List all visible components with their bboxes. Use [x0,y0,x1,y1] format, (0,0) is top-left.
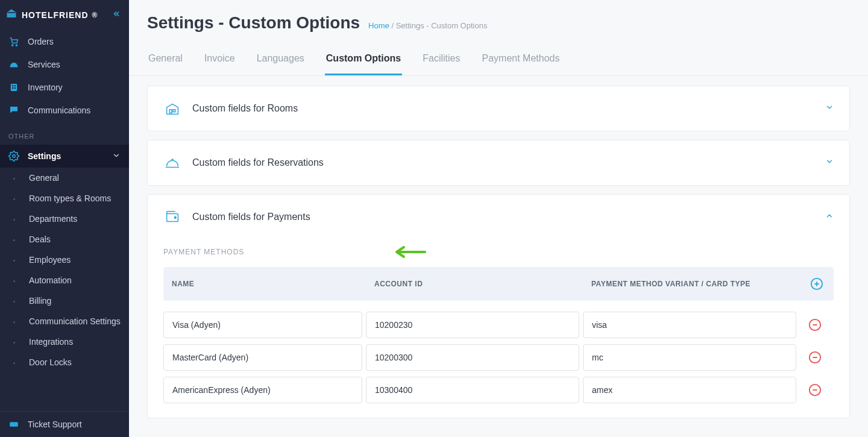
card-payments: Custom fields for Payments PAYMENT METHO… [147,194,850,418]
sidebar-sub-integrations[interactable]: Integrations [0,332,129,352]
sidebar-sub-label: Departments [29,214,77,224]
sidebar-item-communications[interactable]: Communications [0,99,129,122]
sidebar-item-orders[interactable]: Orders [0,30,129,53]
card-rooms-header[interactable]: Custom fields for Rooms [148,86,849,131]
payment-variant-input[interactable] [583,344,796,371]
payment-account-input[interactable] [366,344,579,371]
card-reservations-header[interactable]: Custom fields for Reservations [148,140,849,185]
tab-custom-options[interactable]: Custom Options [325,45,402,75]
remove-row-button[interactable] [807,382,823,398]
svg-rect-6 [12,87,13,89]
svg-rect-2 [10,66,18,68]
sidebar-section-other: OTHER [0,122,129,145]
sidebar-collapse-icon[interactable] [112,10,121,20]
chevron-down-icon [112,151,121,162]
svg-rect-11 [173,110,175,112]
sidebar-sub-label: Deals [29,234,51,244]
ticket-icon [8,419,19,430]
payment-account-input[interactable] [366,377,579,403]
sidebar-sub-label: Automation [29,275,72,285]
tab-general[interactable]: General [147,45,184,75]
sidebar-sub-general[interactable]: General [0,168,129,188]
sidebar-sub-departments[interactable]: Departments [0,209,129,229]
tab-invoice[interactable]: Invoice [203,45,236,75]
sidebar-sub-billing[interactable]: Billing [0,291,129,311]
settings-tabs: General Invoice Languages Custom Options… [129,45,868,76]
remove-row-button[interactable] [807,349,823,366]
sidebar-item-inventory[interactable]: Inventory [0,76,129,99]
card-payments-title: Custom fields for Payments [192,212,310,222]
payment-methods-table: NAME ACCOUNT ID PAYMENT METHOD VARIANT /… [163,267,834,403]
sidebar-sub-room-types[interactable]: Room types & Rooms [0,188,129,209]
sidebar-sub-communication-settings[interactable]: Communication Settings [0,311,129,332]
remove-row-button[interactable] [807,316,823,333]
brand-logo-icon [6,8,17,22]
sidebar-item-label: Communications [28,105,90,115]
card-payments-header[interactable]: Custom fields for Payments [148,195,849,239]
breadcrumb-home[interactable]: Home [368,21,389,30]
page-title: Settings - Custom Options [147,13,360,33]
main-content: Settings - Custom Options Home / Setting… [129,0,868,437]
add-payment-method-button[interactable] [808,275,825,292]
svg-rect-10 [169,110,172,113]
col-header-variant: PAYMENT METHOD VARIANT / CARD TYPE [583,267,800,301]
payment-name-input[interactable] [163,312,362,338]
payment-account-input[interactable] [366,312,579,338]
table-row [163,371,834,403]
tab-label: Payment Methods [482,53,559,63]
gear-icon [8,151,19,162]
sidebar-item-services[interactable]: Services [0,53,129,76]
page-header: Settings - Custom Options Home / Setting… [129,0,868,37]
sidebar-sub-label: Billing [29,296,51,306]
sidebar-sub-label: Employees [29,255,71,265]
col-header-account: ACCOUNT ID [366,267,583,301]
sidebar-sub-door-locks[interactable]: Door Locks [0,352,129,373]
tab-label: General [148,53,183,63]
sidebar-item-label: Settings [28,151,61,161]
svg-rect-7 [14,87,16,89]
bell-icon [163,154,181,172]
sidebar-item-label: Orders [28,37,54,46]
tab-facilities[interactable]: Facilities [421,45,461,75]
chevron-up-icon [825,212,834,222]
breadcrumb: Home / Settings - Custom Options [368,21,487,30]
payment-name-input[interactable] [163,344,362,371]
chat-icon [8,105,19,116]
room-icon [163,99,181,118]
payment-name-input[interactable] [163,377,362,403]
sidebar-sub-employees[interactable]: Employees [0,250,129,270]
sidebar-item-label: Inventory [28,83,63,92]
svg-point-0 [12,45,13,46]
payment-variant-input[interactable] [583,377,796,403]
arrow-annotation-icon [392,243,428,263]
wallet-icon [163,208,181,226]
svg-point-1 [16,45,17,46]
sidebar-sub-label: Integrations [29,337,73,347]
tab-label: Languages [257,53,304,63]
brand-name: HOTELFRIEND [22,10,89,20]
col-header-name: NAME [163,267,366,301]
card-rooms-title: Custom fields for Rooms [192,103,298,114]
chevron-down-icon [825,103,834,114]
sidebar-header: HOTELFRIEND® [0,0,129,30]
tab-languages[interactable]: Languages [256,45,306,75]
sidebar-ticket-support[interactable]: Ticket Support [0,411,129,437]
tab-payment-methods[interactable]: Payment Methods [480,45,561,75]
table-row [163,301,834,338]
svg-rect-9 [10,422,18,427]
sidebar-sub-automation[interactable]: Automation [0,270,129,291]
cart-icon [8,36,19,47]
payment-variant-input[interactable] [583,312,796,338]
sidebar-sub-label: Room types & Rooms [29,193,111,203]
svg-rect-4 [12,85,13,86]
svg-point-8 [13,155,16,158]
sidebar-sub-label: Door Locks [29,357,72,367]
card-rooms: Custom fields for Rooms [147,86,850,131]
sidebar-item-settings[interactable]: Settings [0,145,129,168]
sidebar-sub-deals[interactable]: Deals [0,229,129,250]
card-reservations: Custom fields for Reservations [147,140,850,186]
breadcrumb-current: Settings - Custom Options [396,21,488,30]
tab-label: Invoice [204,53,235,63]
chevron-down-icon [825,157,834,168]
sidebar-sub-label: General [29,173,59,183]
